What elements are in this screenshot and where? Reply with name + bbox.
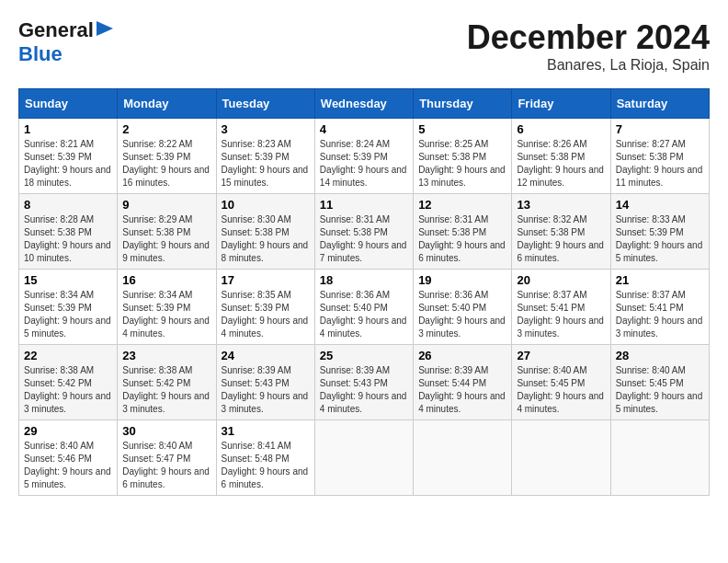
day-number: 7 bbox=[616, 122, 704, 136]
day-info: Sunrise: 8:38 AMSunset: 5:42 PMDaylight:… bbox=[122, 364, 210, 416]
day-number: 11 bbox=[320, 198, 408, 212]
calendar-week-4: 22Sunrise: 8:38 AMSunset: 5:42 PMDayligh… bbox=[19, 345, 710, 420]
day-info: Sunrise: 8:23 AMSunset: 5:39 PMDaylight:… bbox=[222, 138, 310, 190]
weekday-header-thursday: Thursday bbox=[414, 89, 512, 119]
calendar-cell: 23Sunrise: 8:38 AMSunset: 5:42 PMDayligh… bbox=[118, 345, 216, 420]
calendar-cell: 1Sunrise: 8:21 AMSunset: 5:39 PMDaylight… bbox=[19, 119, 118, 194]
day-number: 4 bbox=[320, 122, 408, 136]
calendar-cell: 8Sunrise: 8:28 AMSunset: 5:38 PMDaylight… bbox=[19, 194, 118, 270]
day-info: Sunrise: 8:30 AMSunset: 5:38 PMDaylight:… bbox=[222, 213, 310, 265]
day-number: 27 bbox=[517, 349, 605, 362]
day-number: 17 bbox=[222, 273, 310, 287]
day-number: 16 bbox=[122, 273, 210, 287]
logo-general: General bbox=[18, 18, 94, 42]
calendar-week-1: 1Sunrise: 8:21 AMSunset: 5:39 PMDaylight… bbox=[19, 119, 710, 194]
day-number: 13 bbox=[517, 198, 605, 212]
calendar-cell: 11Sunrise: 8:31 AMSunset: 5:38 PMDayligh… bbox=[314, 194, 413, 270]
calendar-table: SundayMondayTuesdayWednesdayThursdayFrid… bbox=[18, 88, 710, 496]
calendar-week-3: 15Sunrise: 8:34 AMSunset: 5:39 PMDayligh… bbox=[19, 270, 710, 345]
day-info: Sunrise: 8:37 AMSunset: 5:41 PMDaylight:… bbox=[517, 289, 605, 340]
calendar-cell: 27Sunrise: 8:40 AMSunset: 5:45 PMDayligh… bbox=[512, 345, 610, 420]
day-number: 25 bbox=[320, 349, 408, 362]
calendar-cell: 17Sunrise: 8:35 AMSunset: 5:39 PMDayligh… bbox=[216, 270, 314, 345]
day-info: Sunrise: 8:38 AMSunset: 5:42 PMDaylight:… bbox=[24, 364, 112, 416]
logo-arrow-icon bbox=[97, 21, 113, 40]
weekday-header-friday: Friday bbox=[512, 89, 610, 119]
day-info: Sunrise: 8:31 AMSunset: 5:38 PMDaylight:… bbox=[418, 213, 506, 265]
calendar-cell bbox=[314, 420, 413, 496]
calendar-week-5: 29Sunrise: 8:40 AMSunset: 5:46 PMDayligh… bbox=[19, 420, 710, 496]
day-number: 23 bbox=[122, 349, 210, 362]
day-info: Sunrise: 8:40 AMSunset: 5:45 PMDaylight:… bbox=[517, 364, 605, 416]
day-info: Sunrise: 8:22 AMSunset: 5:39 PMDaylight:… bbox=[122, 138, 210, 190]
calendar-header-row: SundayMondayTuesdayWednesdayThursdayFrid… bbox=[19, 89, 710, 119]
day-number: 6 bbox=[517, 122, 605, 136]
day-info: Sunrise: 8:29 AMSunset: 5:38 PMDaylight:… bbox=[122, 213, 210, 265]
day-number: 2 bbox=[122, 122, 210, 136]
day-number: 26 bbox=[418, 349, 506, 362]
calendar-cell: 19Sunrise: 8:36 AMSunset: 5:40 PMDayligh… bbox=[414, 270, 512, 345]
weekday-header-wednesday: Wednesday bbox=[314, 89, 413, 119]
calendar-cell: 10Sunrise: 8:30 AMSunset: 5:38 PMDayligh… bbox=[216, 194, 314, 270]
day-number: 1 bbox=[24, 122, 112, 136]
calendar-cell: 30Sunrise: 8:40 AMSunset: 5:47 PMDayligh… bbox=[118, 420, 216, 496]
day-info: Sunrise: 8:33 AMSunset: 5:39 PMDaylight:… bbox=[616, 213, 704, 265]
day-info: Sunrise: 8:35 AMSunset: 5:39 PMDaylight:… bbox=[222, 289, 310, 340]
title-section: December 2024 Banares, La Rioja, Spain bbox=[467, 18, 710, 74]
calendar-cell: 5Sunrise: 8:25 AMSunset: 5:38 PMDaylight… bbox=[414, 119, 512, 194]
logo-blue: Blue bbox=[18, 42, 63, 65]
day-number: 10 bbox=[222, 198, 310, 212]
calendar-body: 1Sunrise: 8:21 AMSunset: 5:39 PMDaylight… bbox=[19, 119, 710, 496]
day-number: 8 bbox=[24, 198, 112, 212]
day-number: 19 bbox=[418, 273, 506, 287]
calendar-cell: 15Sunrise: 8:34 AMSunset: 5:39 PMDayligh… bbox=[19, 270, 118, 345]
day-number: 15 bbox=[24, 273, 112, 287]
calendar-cell bbox=[512, 420, 610, 496]
day-info: Sunrise: 8:39 AMSunset: 5:43 PMDaylight:… bbox=[222, 364, 310, 416]
day-number: 21 bbox=[616, 273, 704, 287]
calendar-cell: 9Sunrise: 8:29 AMSunset: 5:38 PMDaylight… bbox=[118, 194, 216, 270]
day-number: 9 bbox=[122, 198, 210, 212]
location-subtitle: Banares, La Rioja, Spain bbox=[467, 57, 710, 74]
page-header: General Blue December 2024 Banares, La R… bbox=[18, 18, 710, 74]
day-info: Sunrise: 8:36 AMSunset: 5:40 PMDaylight:… bbox=[418, 289, 506, 340]
day-number: 20 bbox=[517, 273, 605, 287]
day-info: Sunrise: 8:25 AMSunset: 5:38 PMDaylight:… bbox=[418, 138, 506, 190]
calendar-cell: 18Sunrise: 8:36 AMSunset: 5:40 PMDayligh… bbox=[314, 270, 413, 345]
day-number: 5 bbox=[418, 122, 506, 136]
day-number: 18 bbox=[320, 273, 408, 287]
calendar-cell: 24Sunrise: 8:39 AMSunset: 5:43 PMDayligh… bbox=[216, 345, 314, 420]
calendar-cell bbox=[414, 420, 512, 496]
day-info: Sunrise: 8:40 AMSunset: 5:47 PMDaylight:… bbox=[122, 440, 210, 491]
day-info: Sunrise: 8:41 AMSunset: 5:48 PMDaylight:… bbox=[222, 440, 310, 491]
calendar-cell: 12Sunrise: 8:31 AMSunset: 5:38 PMDayligh… bbox=[414, 194, 512, 270]
day-number: 28 bbox=[616, 349, 704, 362]
calendar-cell: 14Sunrise: 8:33 AMSunset: 5:39 PMDayligh… bbox=[610, 194, 709, 270]
logo: General Blue bbox=[18, 18, 113, 66]
day-number: 22 bbox=[24, 349, 112, 362]
day-info: Sunrise: 8:39 AMSunset: 5:44 PMDaylight:… bbox=[418, 364, 506, 416]
calendar-cell: 2Sunrise: 8:22 AMSunset: 5:39 PMDaylight… bbox=[118, 119, 216, 194]
day-info: Sunrise: 8:39 AMSunset: 5:43 PMDaylight:… bbox=[320, 364, 408, 416]
weekday-header-saturday: Saturday bbox=[610, 89, 709, 119]
month-title: December 2024 bbox=[467, 18, 710, 57]
day-info: Sunrise: 8:28 AMSunset: 5:38 PMDaylight:… bbox=[24, 213, 112, 265]
calendar-week-2: 8Sunrise: 8:28 AMSunset: 5:38 PMDaylight… bbox=[19, 194, 710, 270]
svg-marker-0 bbox=[97, 21, 113, 36]
day-number: 3 bbox=[222, 122, 310, 136]
day-info: Sunrise: 8:32 AMSunset: 5:38 PMDaylight:… bbox=[517, 213, 605, 265]
day-number: 30 bbox=[122, 424, 210, 438]
calendar-cell: 25Sunrise: 8:39 AMSunset: 5:43 PMDayligh… bbox=[314, 345, 413, 420]
calendar-cell: 28Sunrise: 8:40 AMSunset: 5:45 PMDayligh… bbox=[610, 345, 709, 420]
day-info: Sunrise: 8:26 AMSunset: 5:38 PMDaylight:… bbox=[517, 138, 605, 190]
calendar-cell: 16Sunrise: 8:34 AMSunset: 5:39 PMDayligh… bbox=[118, 270, 216, 345]
day-number: 24 bbox=[222, 349, 310, 362]
day-number: 14 bbox=[616, 198, 704, 212]
calendar-cell bbox=[610, 420, 709, 496]
day-info: Sunrise: 8:31 AMSunset: 5:38 PMDaylight:… bbox=[320, 213, 408, 265]
calendar-cell: 31Sunrise: 8:41 AMSunset: 5:48 PMDayligh… bbox=[216, 420, 314, 496]
day-info: Sunrise: 8:24 AMSunset: 5:39 PMDaylight:… bbox=[320, 138, 408, 190]
day-info: Sunrise: 8:40 AMSunset: 5:45 PMDaylight:… bbox=[616, 364, 704, 416]
calendar-cell: 20Sunrise: 8:37 AMSunset: 5:41 PMDayligh… bbox=[512, 270, 610, 345]
day-info: Sunrise: 8:34 AMSunset: 5:39 PMDaylight:… bbox=[122, 289, 210, 340]
